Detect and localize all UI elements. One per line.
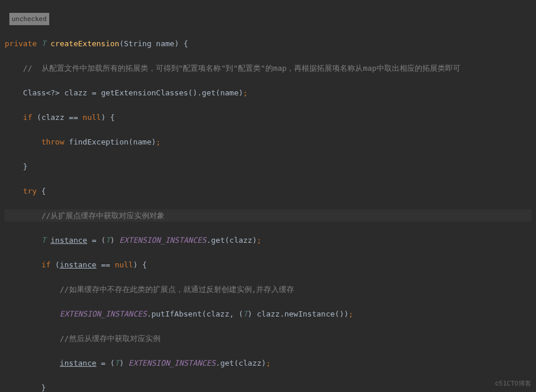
code-line: T instance = (T) EXTENSION_INSTANCES.get…	[5, 234, 531, 246]
code-line: Class<?> clazz = getExtensionClasses().g…	[5, 87, 531, 99]
code-line: throw findException(name);	[5, 136, 531, 148]
code-line: EXTENSION_INSTANCES.putIfAbsent(clazz, (…	[5, 308, 531, 320]
code-line: }	[5, 381, 531, 392]
code-line: instance = (T) EXTENSION_INSTANCES.get(c…	[5, 357, 531, 369]
code-line: //从扩展点缓存中获取对应实例对象	[5, 209, 531, 222]
watermark: ©51CTO博客	[495, 377, 531, 390]
code-line: //如果缓存中不存在此类的扩展点，就通过反射创建实例,并存入缓存	[5, 283, 531, 295]
suppress-annotation: unchecked	[9, 13, 49, 25]
code-editor[interactable]: unchecked private T createExtension(Stri…	[0, 0, 536, 392]
code-line: }	[5, 160, 531, 173]
code-line: //然后从缓存中获取对应实例	[5, 332, 531, 345]
code-line: private T createExtension(String name) {	[5, 37, 531, 50]
code-line: if (instance == null) {	[5, 259, 531, 271]
annotation-line: unchecked	[5, 12, 531, 25]
code-line: // 从配置文件中加载所有的拓展类，可得到"配置项名称"到"配置类"的map，再…	[5, 62, 531, 74]
code-line: try {	[5, 185, 531, 197]
code-line: if (clazz == null) {	[5, 111, 531, 123]
